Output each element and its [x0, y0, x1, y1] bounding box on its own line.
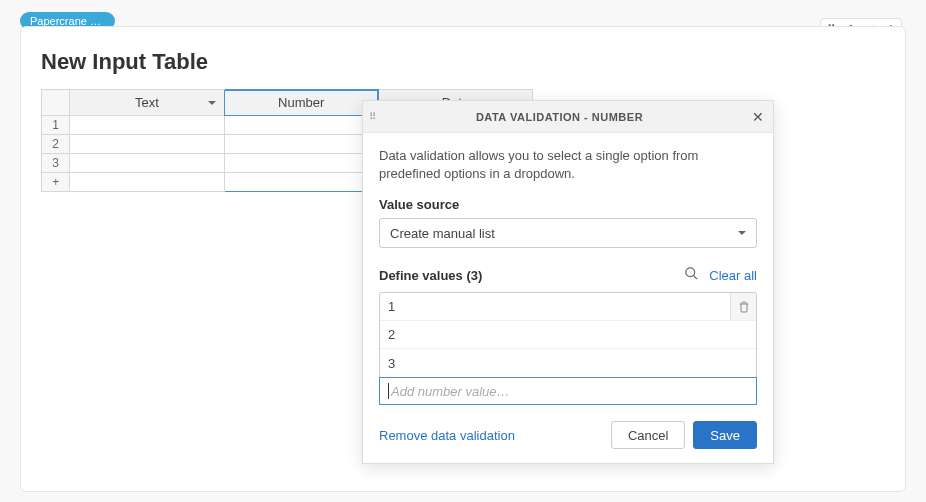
corner-cell: [42, 90, 70, 116]
clear-all-link[interactable]: Clear all: [709, 268, 757, 283]
modal-description: Data validation allows you to select a s…: [379, 147, 757, 183]
text-cursor: [388, 383, 389, 399]
define-values-label: Define values (3): [379, 268, 482, 283]
modal-title: DATA VALIDATION - NUMBER: [376, 111, 743, 123]
close-icon[interactable]: ✕: [743, 109, 773, 125]
value-source-select[interactable]: Create manual list: [379, 218, 757, 248]
values-list: 1 2 3: [379, 292, 757, 378]
cancel-button[interactable]: Cancel: [611, 421, 685, 449]
modal-header: ⠿ DATA VALIDATION - NUMBER ✕: [363, 101, 773, 133]
cell[interactable]: [70, 116, 224, 135]
modal-body: Data validation allows you to select a s…: [363, 133, 773, 409]
column-header-text[interactable]: Text: [70, 90, 224, 116]
value-row[interactable]: 2: [380, 321, 756, 349]
cell[interactable]: [70, 154, 224, 173]
row-number: 1: [42, 116, 70, 135]
modal-footer: Remove data validation Cancel Save: [363, 409, 773, 463]
remove-validation-link[interactable]: Remove data validation: [379, 428, 515, 443]
cell[interactable]: [224, 154, 378, 173]
value-text: 1: [388, 299, 395, 314]
save-button[interactable]: Save: [693, 421, 757, 449]
search-icon[interactable]: [684, 266, 699, 284]
cell[interactable]: [224, 173, 378, 192]
svg-point-0: [686, 268, 695, 277]
add-value-placeholder: Add number value…: [391, 384, 510, 399]
value-text: 2: [388, 327, 395, 342]
column-header-label: Number: [278, 95, 324, 110]
card-title: New Input Table: [41, 49, 885, 75]
row-number: 3: [42, 154, 70, 173]
delete-value-button[interactable]: [730, 293, 756, 320]
value-text: 3: [388, 356, 395, 371]
cell[interactable]: [70, 173, 224, 192]
svg-line-1: [694, 276, 698, 280]
add-value-input[interactable]: Add number value…: [379, 377, 757, 405]
chevron-down-icon[interactable]: [208, 101, 216, 105]
select-value: Create manual list: [390, 226, 495, 241]
value-source-label: Value source: [379, 197, 757, 212]
drag-handle-icon[interactable]: ⠿: [369, 114, 376, 120]
trash-icon: [738, 301, 750, 313]
column-header-number[interactable]: Number: [224, 90, 378, 116]
column-header-label: Text: [135, 95, 159, 110]
cell[interactable]: [224, 116, 378, 135]
define-values-header: Define values (3) Clear all: [379, 266, 757, 284]
data-validation-modal: ⠿ DATA VALIDATION - NUMBER ✕ Data valida…: [362, 100, 774, 464]
row-number: 2: [42, 135, 70, 154]
chevron-down-icon: [738, 231, 746, 235]
cell[interactable]: [70, 135, 224, 154]
cell[interactable]: [224, 135, 378, 154]
add-row-button[interactable]: +: [42, 173, 70, 192]
value-row[interactable]: 3: [380, 349, 756, 377]
value-row[interactable]: 1: [380, 293, 756, 321]
